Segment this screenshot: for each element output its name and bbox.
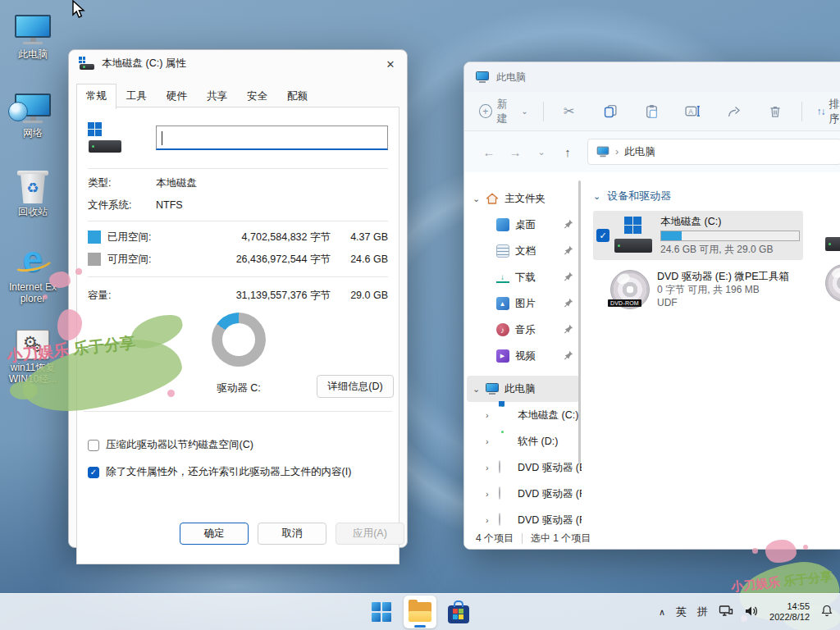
- group-devices-and-drives[interactable]: ⌄ 设备和驱动器: [593, 189, 840, 203]
- desktop-icon-network[interactable]: 网络: [7, 87, 59, 139]
- tray-overflow-chevron-icon[interactable]: ∧: [659, 607, 665, 618]
- address-bar[interactable]: › 此电脑: [587, 139, 840, 165]
- explorer-title: 此电脑: [496, 71, 526, 84]
- explorer-navbar: ← → ⌄ ↑ › 此电脑: [464, 131, 840, 172]
- globe-icon: [8, 102, 28, 121]
- recycle-bin-icon: ♻: [19, 169, 47, 203]
- file-item-drive-c[interactable]: ✓ 本地磁盘 (C:) 24.6 GB 可用, 共 29.0 GB: [593, 211, 803, 260]
- sidebar-item-documents[interactable]: 文档: [464, 238, 582, 264]
- sidebar-item-desktop[interactable]: 桌面: [464, 212, 582, 238]
- breadcrumb-separator: ›: [615, 146, 619, 158]
- sidebar-item-drive-c[interactable]: › 本地磁盘 (C:): [464, 402, 582, 428]
- new-button[interactable]: + 新建 ⌄: [479, 97, 528, 126]
- recent-locations-button[interactable]: ⌄: [530, 147, 553, 158]
- volume-icon[interactable]: [744, 605, 759, 620]
- sidebar-item-downloads[interactable]: ↓ 下载: [464, 264, 582, 290]
- chevron-down-icon[interactable]: ⌄: [472, 384, 485, 395]
- explorer-toolbar: + 新建 ⌄ ✂ A: [464, 92, 840, 131]
- taskbar-microsoft-store[interactable]: [442, 596, 475, 628]
- index-checkbox[interactable]: ✓: [88, 467, 99, 478]
- ok-button[interactable]: 确定: [180, 523, 249, 545]
- up-button[interactable]: ↑: [556, 145, 579, 159]
- apply-button[interactable]: 应用(A): [336, 523, 404, 545]
- volume-label-input[interactable]: [156, 126, 388, 150]
- sort-button[interactable]: ↑↓ 排序: [816, 97, 840, 126]
- watermark-text-2: 乐于分享: [783, 569, 833, 588]
- notifications-bell-icon[interactable]: [820, 604, 833, 620]
- desktop-icon-win11-restore[interactable]: ⚙⚙ win11恢复WIN10经...: [7, 322, 59, 385]
- chevron-right-icon[interactable]: ›: [486, 410, 498, 420]
- sidebar-item-dvd-e[interactable]: › DVD 驱动器 (E:): [464, 454, 582, 481]
- compress-checkbox-row[interactable]: 压缩此驱动器以节约磁盘空间(C): [88, 438, 253, 452]
- recycle-glyph: ♻: [19, 180, 47, 197]
- donut-hole: [222, 323, 255, 356]
- mouse-cursor: [71, 0, 85, 22]
- sidebar-label: 本地磁盘 (C:): [518, 409, 578, 422]
- ime-language-english[interactable]: 英: [676, 605, 687, 619]
- chevron-down-icon[interactable]: ⌄: [472, 194, 485, 204]
- explorer-statusbar: 4 个项目 选中 1 个项目: [464, 528, 840, 549]
- index-checkbox-row[interactable]: ✓ 除了文件属性外，还允许索引此驱动器上文件的内容(I): [88, 465, 351, 479]
- chevron-down-icon[interactable]: ⌄: [593, 191, 600, 202]
- desktop-icon-recycle-bin[interactable]: ♻ 回收站: [7, 166, 59, 217]
- toolbar-divider: [543, 102, 544, 121]
- network-icon[interactable]: [719, 604, 733, 620]
- tab-tools[interactable]: 工具: [116, 84, 157, 108]
- tab-general[interactable]: 常规: [76, 84, 116, 109]
- sidebar-label: 软件 (D:): [518, 435, 558, 449]
- desktop-icon-this-pc[interactable]: 此电脑: [7, 8, 59, 60]
- chevron-right-icon[interactable]: ›: [486, 463, 498, 472]
- chevron-right-icon[interactable]: ›: [486, 489, 498, 499]
- used-space-label: 已用空间:: [107, 231, 189, 244]
- forward-button[interactable]: →: [504, 145, 527, 159]
- chevron-right-icon[interactable]: ›: [486, 436, 498, 446]
- divider: [88, 221, 388, 221]
- start-button[interactable]: [365, 596, 398, 628]
- sidebar-item-videos[interactable]: ▶ 视频: [464, 343, 582, 369]
- sidebar-item-music[interactable]: ♪ 音乐: [464, 317, 582, 343]
- file-item-dvd-e[interactable]: DVD-ROM DVD 驱动器 (E:) 微PE工具箱 0 字节 可用, 共 1…: [593, 270, 840, 309]
- file-item-partial-drive[interactable]: [825, 215, 840, 253]
- back-button[interactable]: ←: [477, 145, 500, 159]
- explorer-titlebar[interactable]: 此电脑: [464, 62, 840, 92]
- tab-security[interactable]: 安全: [237, 84, 277, 108]
- trash-icon: [769, 105, 782, 118]
- ime-language-pinyin[interactable]: 拼: [697, 605, 708, 619]
- text-caret: [162, 131, 162, 145]
- downloads-icon: ↓: [496, 272, 509, 283]
- dvd-icon: [499, 486, 500, 500]
- type-label: 类型:: [88, 176, 156, 190]
- file-item-partial-dvd[interactable]: [825, 264, 840, 302]
- compress-checkbox[interactable]: [88, 440, 99, 451]
- sidebar-item-dvd-f[interactable]: › DVD 驱动器 (F:): [464, 481, 582, 507]
- item-checkbox[interactable]: ✓: [596, 229, 609, 242]
- chevron-right-icon[interactable]: ›: [486, 515, 498, 525]
- paste-button[interactable]: [641, 104, 662, 118]
- share-button[interactable]: [724, 105, 745, 118]
- breadcrumb-this-pc[interactable]: 此电脑: [624, 145, 655, 159]
- taskbar-clock[interactable]: 14:55 2022/8/12: [769, 601, 810, 623]
- taskbar-file-explorer[interactable]: [404, 596, 436, 628]
- sidebar-item-this-pc[interactable]: ⌄ 此电脑: [467, 376, 579, 402]
- tab-quota[interactable]: 配额: [277, 84, 317, 108]
- copy-button[interactable]: [600, 104, 621, 118]
- sidebar-item-pictures[interactable]: ▲ 图片: [464, 290, 582, 317]
- desktop-icon-label: Internet Explorer: [7, 281, 59, 304]
- sidebar-item-dvd-f2[interactable]: › DVD 驱动器 (F:): [464, 507, 582, 528]
- tab-hardware[interactable]: 硬件: [157, 84, 197, 108]
- tab-sharing[interactable]: 共享: [197, 84, 237, 108]
- network-monitor-icon: [15, 94, 51, 125]
- sidebar-item-drive-d[interactable]: › 软件 (D:): [464, 428, 582, 454]
- cut-button[interactable]: ✂: [559, 103, 580, 119]
- desktop-icon-internet-explorer[interactable]: e Internet Explorer: [7, 241, 59, 304]
- monitor-icon: [15, 15, 51, 46]
- close-icon[interactable]: ✕: [374, 57, 407, 71]
- dialog-titlebar[interactable]: 本地磁盘 (C:) 属性 ✕: [69, 50, 407, 77]
- delete-button[interactable]: [765, 105, 786, 118]
- rename-button[interactable]: A: [682, 105, 704, 117]
- sidebar-scrollbar[interactable]: [578, 180, 581, 463]
- cancel-button[interactable]: 取消: [258, 523, 326, 545]
- explorer-window: 此电脑 + 新建 ⌄ ✂: [463, 62, 840, 550]
- details-button[interactable]: 详细信息(D): [317, 375, 394, 398]
- sidebar-item-home[interactable]: ⌄ 主文件夹: [464, 185, 582, 212]
